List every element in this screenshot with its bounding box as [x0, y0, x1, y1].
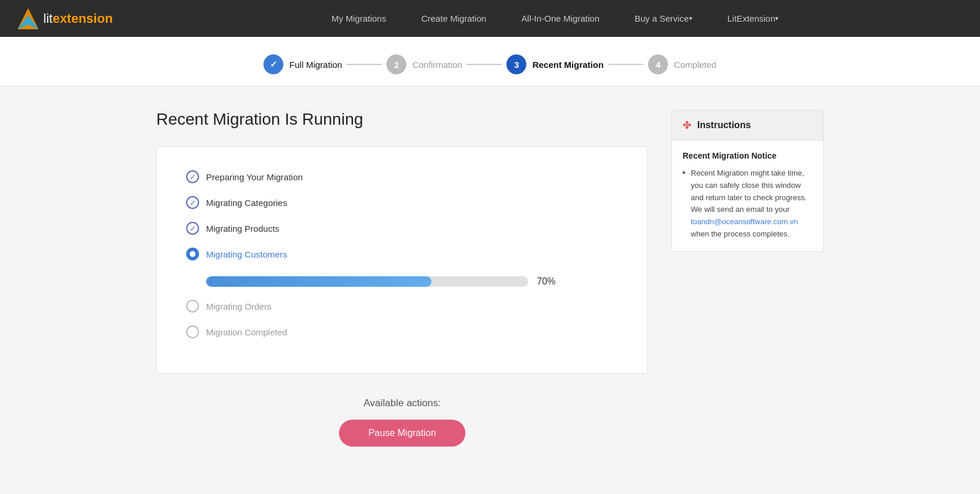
step-text-migration-completed: Migration Completed [206, 327, 287, 337]
nav-litextension[interactable]: LitExtension [710, 0, 797, 37]
page-title: Recent Migration Is Running [156, 110, 648, 129]
right-panel: ✤ Instructions Recent Migration Notice R… [671, 110, 824, 252]
stepper-container: ✓ Full Migration 2 Confirmation 3 Recent… [0, 37, 980, 87]
logo-icon [18, 8, 39, 29]
step-item-categories: ✓ Migrating Categories [186, 196, 618, 209]
step-label-completed: Completed [674, 60, 717, 70]
step-text-categories: Migrating Categories [206, 198, 287, 208]
step-text-products: Migrating Products [206, 224, 279, 234]
notice-after-email-text: when the process completes. [691, 229, 789, 238]
migration-card: ✓ Preparing Your Migration ✓ Migrating C… [156, 146, 648, 374]
instructions-body: Recent Migration Notice Recent Migration… [672, 140, 823, 251]
left-panel: Recent Migration Is Running ✓ Preparing … [156, 110, 648, 458]
instructions-title: Instructions [697, 120, 751, 131]
notice-item: Recent Migration might take time, you ca… [683, 167, 813, 241]
step-icon-products: ✓ [186, 222, 199, 235]
instructions-icon: ✤ [683, 119, 691, 132]
step-confirmation: 2 Confirmation [386, 54, 462, 74]
step-icon-orders [186, 300, 199, 313]
step-label-full-migration: Full Migration [289, 60, 342, 70]
nav-buy-service[interactable]: Buy a Service [617, 0, 710, 37]
instructions-box: ✤ Instructions Recent Migration Notice R… [671, 110, 824, 252]
step-completed: 4 Completed [648, 54, 717, 74]
notice-title: Recent Migration Notice [683, 151, 813, 160]
nav-all-in-one[interactable]: All-In-One Migration [504, 0, 617, 37]
step-circle-completed: 4 [648, 54, 668, 74]
step-icon-preparing: ✓ [186, 170, 199, 183]
step-text-preparing: Preparing Your Migration [206, 172, 303, 182]
notice-email-link[interactable]: toandn@oceansoftware.com.vn [691, 217, 798, 226]
progress-percent-label: 70% [537, 276, 556, 287]
step-connector-2 [467, 64, 502, 65]
step-item-products: ✓ Migrating Products [186, 222, 618, 235]
pause-migration-button[interactable]: Pause Migration [339, 420, 465, 447]
step-label-confirmation: Confirmation [412, 60, 462, 70]
step-circle-confirmation: 2 [386, 54, 406, 74]
step-item-preparing: ✓ Preparing Your Migration [186, 170, 618, 183]
progress-bar-fill [206, 276, 431, 287]
step-icon-customers [186, 248, 199, 260]
notice-text: Recent Migration might take time, you ca… [691, 169, 807, 214]
step-text-orders: Migrating Orders [206, 301, 272, 311]
step-text-customers: Migrating Customers [206, 249, 287, 259]
step-label-recent-migration: Recent Migration [532, 60, 604, 70]
notice-list: Recent Migration might take time, you ca… [683, 167, 813, 241]
step-item-customers: Migrating Customers [186, 248, 618, 260]
step-recent-migration: 3 Recent Migration [506, 54, 604, 74]
step-circle-recent-migration: 3 [506, 54, 526, 74]
step-connector-3 [608, 64, 643, 65]
navbar: litextension My Migrations Create Migrat… [0, 0, 980, 37]
nav-create-migration[interactable]: Create Migration [404, 0, 504, 37]
progress-bar-background [206, 276, 528, 287]
actions-label: Available actions: [156, 397, 648, 409]
progress-container: 70% [206, 276, 618, 287]
nav-links: My Migrations Create Migration All-In-On… [148, 0, 962, 37]
brand-name: litextension [43, 11, 113, 26]
instructions-header: ✤ Instructions [672, 111, 823, 140]
actions-section: Available actions: Pause Migration [156, 397, 648, 458]
main-content: Recent Migration Is Running ✓ Preparing … [139, 87, 841, 482]
brand-logo[interactable]: litextension [18, 8, 113, 29]
step-item-migration-completed: Migration Completed [186, 325, 618, 338]
step-circle-full-migration: ✓ [263, 54, 283, 74]
step-icon-categories: ✓ [186, 196, 199, 209]
step-icon-migration-completed [186, 325, 199, 338]
step-full-migration: ✓ Full Migration [263, 54, 342, 74]
migration-steps-list: ✓ Preparing Your Migration ✓ Migrating C… [186, 170, 618, 338]
step-item-orders: Migrating Orders [186, 300, 618, 313]
stepper: ✓ Full Migration 2 Confirmation 3 Recent… [263, 54, 716, 74]
step-connector-1 [347, 64, 382, 65]
nav-my-migrations[interactable]: My Migrations [314, 0, 403, 37]
